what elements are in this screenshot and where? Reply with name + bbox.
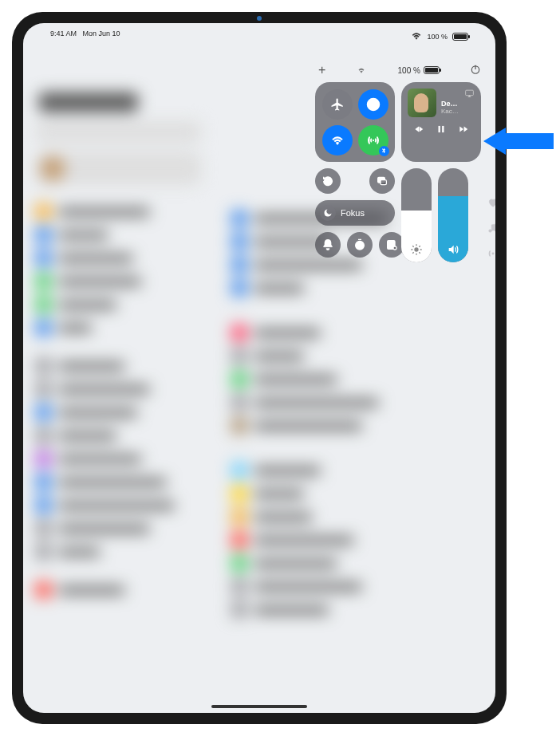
screen: 9:41 AM Mon Jun 10 100 % + 100 % (23, 23, 495, 713)
play-pause-button[interactable] (436, 124, 447, 136)
brightness-slider[interactable] (401, 168, 432, 262)
status-time: 9:41 AM (50, 30, 77, 37)
silent-mode-button[interactable] (315, 232, 341, 258)
svg-line-20 (412, 246, 413, 246)
svg-rect-9 (326, 179, 329, 183)
album-art (408, 89, 436, 117)
svg-point-15 (414, 247, 418, 251)
svg-line-22 (412, 252, 413, 253)
stage-manager-shelf (487, 197, 495, 262)
svg-rect-11 (381, 180, 386, 185)
volume-slider[interactable] (438, 168, 468, 262)
svg-line-23 (419, 246, 420, 246)
focus-label: Fokus (341, 208, 365, 218)
media-title: Deeper Well (441, 100, 459, 108)
status-date: Mon Jun 10 (83, 30, 120, 37)
connectivity-tile[interactable] (315, 82, 395, 162)
svg-rect-6 (466, 90, 474, 96)
svg-point-4 (367, 98, 379, 110)
airdrop-toggle[interactable] (358, 89, 388, 120)
svg-point-25 (495, 229, 495, 232)
heart-icon (487, 197, 495, 211)
wifi-indicator-icon (356, 65, 367, 75)
callout-arrow (483, 128, 554, 155)
airplane-mode-toggle[interactable] (322, 89, 353, 120)
timer-button[interactable] (347, 232, 373, 258)
music-note-icon (487, 222, 495, 237)
moon-icon (320, 205, 336, 221)
battery-icon (452, 33, 468, 41)
signal-icon (487, 248, 495, 262)
screen-mirroring-button[interactable] (369, 168, 395, 194)
now-playing-tile[interactable]: Deeper Well Kacey Musgrave (401, 82, 481, 162)
status-bar: 9:41 AM Mon Jun 10 100 % (23, 30, 495, 44)
prev-track-button[interactable] (413, 124, 424, 136)
svg-point-26 (492, 253, 494, 254)
svg-point-5 (372, 139, 373, 140)
svg-rect-8 (442, 126, 444, 132)
svg-point-24 (489, 230, 492, 233)
battery-percent: 100 % (427, 33, 448, 41)
ipad-frame: 9:41 AM Mon Jun 10 100 % + 100 % (12, 12, 507, 724)
focus-button[interactable]: Fokus (315, 200, 395, 226)
rotation-lock-button[interactable] (315, 168, 341, 194)
wifi-toggle[interactable] (322, 125, 353, 155)
bluetooth-badge-icon (379, 146, 389, 156)
svg-line-21 (419, 252, 420, 253)
media-artist: Kacey Musgrave (441, 108, 459, 115)
airplay-icon[interactable] (464, 89, 475, 100)
speaker-icon (438, 243, 468, 256)
control-center: + 100 % (315, 63, 484, 262)
home-indicator[interactable] (211, 705, 307, 708)
cellular-toggle[interactable] (358, 125, 388, 155)
cc-battery-status: 100 % (398, 66, 440, 75)
next-track-button[interactable] (458, 124, 469, 136)
svg-rect-7 (439, 126, 440, 132)
sun-icon (401, 243, 432, 256)
add-control-button[interactable]: + (318, 63, 325, 77)
wifi-status-icon (411, 32, 422, 41)
power-button[interactable] (470, 64, 481, 77)
front-camera-dot (257, 16, 262, 21)
